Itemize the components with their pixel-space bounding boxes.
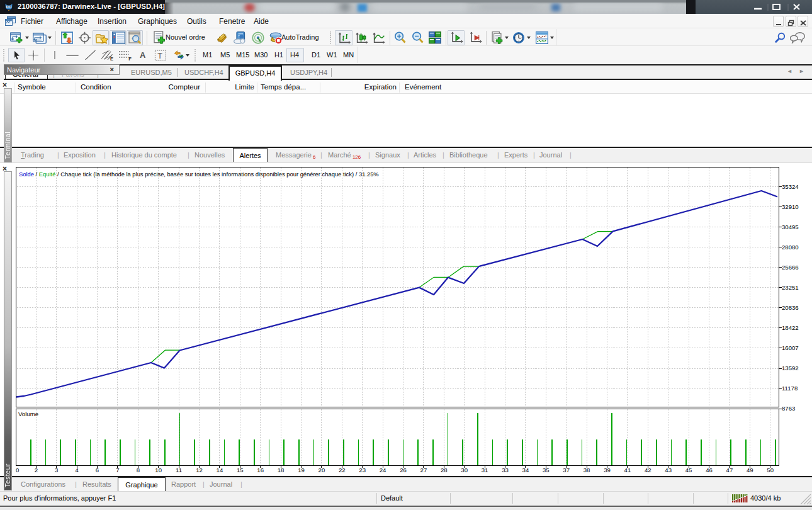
svg-text:20: 20 (319, 467, 325, 473)
svg-text:38: 38 (584, 467, 590, 473)
svg-text:0: 0 (16, 467, 19, 473)
svg-text:49: 49 (747, 467, 753, 473)
svg-text:31: 31 (482, 467, 488, 473)
svg-text:43: 43 (665, 467, 672, 473)
svg-text:34: 34 (522, 467, 529, 473)
svg-text:46: 46 (706, 467, 713, 473)
svg-text:20836: 20836 (782, 304, 799, 311)
svg-text:42: 42 (645, 467, 651, 473)
svg-text:8763: 8763 (782, 405, 795, 412)
svg-text:30: 30 (461, 467, 468, 473)
svg-text:39: 39 (604, 467, 611, 473)
svg-text:23251: 23251 (782, 284, 799, 291)
svg-text:Solde / Equité / Chaque tick (: Solde / Equité / Chaque tick (la méthode… (19, 171, 379, 178)
svg-text:45: 45 (685, 467, 692, 473)
svg-text:14: 14 (217, 467, 223, 473)
svg-text:27: 27 (420, 467, 427, 473)
svg-text:12: 12 (196, 467, 203, 473)
svg-text:50: 50 (767, 467, 774, 473)
svg-text:13592: 13592 (782, 365, 799, 371)
svg-text:32910: 32910 (782, 203, 799, 210)
svg-text:11: 11 (176, 467, 182, 473)
svg-text:18: 18 (278, 467, 285, 473)
svg-text:8: 8 (137, 467, 140, 473)
svg-text:35324: 35324 (782, 183, 799, 190)
svg-text:3: 3 (55, 467, 58, 473)
svg-text:41: 41 (624, 467, 631, 473)
svg-text:28080: 28080 (782, 244, 799, 251)
svg-text:37: 37 (563, 467, 570, 473)
svg-text:18422: 18422 (782, 324, 799, 331)
svg-text:23: 23 (359, 467, 366, 473)
svg-text:25666: 25666 (782, 264, 799, 271)
svg-text:19: 19 (298, 467, 305, 473)
svg-text:24: 24 (380, 467, 386, 473)
svg-text:35: 35 (543, 467, 550, 473)
svg-text:7: 7 (116, 467, 119, 473)
svg-text:30495: 30495 (782, 224, 799, 230)
svg-text:28: 28 (441, 467, 448, 473)
svg-text:Volume: Volume (18, 411, 38, 417)
svg-text:16007: 16007 (782, 344, 799, 351)
svg-text:47: 47 (726, 467, 733, 473)
svg-text:11178: 11178 (782, 385, 798, 392)
svg-text:10: 10 (155, 467, 162, 473)
svg-text:33: 33 (502, 467, 509, 473)
svg-text:4: 4 (75, 467, 79, 473)
svg-text:15: 15 (237, 467, 244, 473)
svg-text:26: 26 (400, 467, 407, 473)
svg-text:6: 6 (96, 467, 99, 473)
svg-text:22: 22 (339, 467, 346, 473)
svg-text:16: 16 (257, 467, 264, 473)
svg-text:2: 2 (35, 467, 38, 473)
